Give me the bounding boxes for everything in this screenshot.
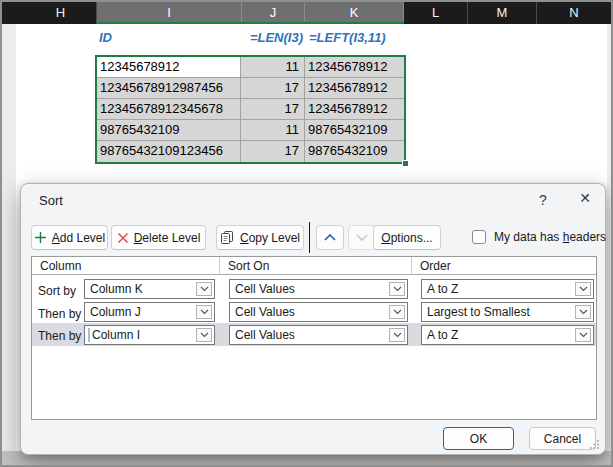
- options-button[interactable]: Options...: [373, 225, 441, 250]
- chevron-down-icon: [356, 234, 368, 241]
- move-level-up-button[interactable]: [316, 225, 344, 250]
- level2-column-dropdown[interactable]: Column J: [84, 302, 215, 322]
- cell-J5[interactable]: 17: [241, 99, 305, 120]
- level1-sorton-value: Cell Values: [235, 280, 295, 298]
- right-margin-strip: [607, 24, 611, 451]
- level1-column-value: Column K: [90, 280, 143, 298]
- delete-level-label: Delete Level: [134, 231, 201, 245]
- cell-I5[interactable]: 12345678912345678: [97, 99, 241, 120]
- sort-levels-panel: Column Sort On Order Sort by Column K Ce…: [31, 256, 597, 420]
- column-header-row: H I J K L M N: [0, 0, 613, 24]
- move-level-down-button[interactable]: [348, 225, 376, 250]
- resize-grip[interactable]: [589, 439, 600, 450]
- copy-level-label: Copy Level: [240, 231, 300, 245]
- plus-icon: [34, 231, 47, 244]
- help-icon[interactable]: ?: [533, 192, 553, 210]
- column-header-K[interactable]: K: [305, 0, 404, 24]
- then-by-label-1: Then by: [38, 304, 81, 324]
- cell-K4[interactable]: 12345678912: [305, 78, 404, 99]
- column-header-M[interactable]: M: [468, 0, 537, 24]
- cell-K5[interactable]: 12345678912: [305, 99, 404, 120]
- level1-order-dropdown[interactable]: A to Z: [421, 279, 594, 299]
- options-label: Options...: [381, 231, 432, 245]
- column-header-L[interactable]: L: [404, 0, 468, 24]
- chevron-down-icon[interactable]: [389, 305, 405, 319]
- copy-icon: [220, 230, 235, 245]
- selected-range: 12345678912 11 12345678912 1234567891298…: [95, 55, 406, 164]
- then-by-label-2: Then by: [38, 326, 81, 346]
- column-section-header: Column: [32, 257, 220, 275]
- header-gutter: [0, 0, 25, 24]
- level3-order-dropdown[interactable]: A to Z: [421, 325, 594, 345]
- left-formula-label: =LEFT(I3,11): [309, 29, 386, 47]
- level3-sorton-dropdown[interactable]: Cell Values: [229, 325, 408, 345]
- column-header-H[interactable]: H: [25, 0, 97, 24]
- column-header-I[interactable]: I: [97, 0, 242, 24]
- cell-I3[interactable]: 12345678912: [97, 57, 241, 78]
- chevron-down-icon[interactable]: [196, 328, 212, 342]
- order-section-header: Order: [412, 257, 596, 275]
- chevron-down-icon[interactable]: [575, 328, 591, 342]
- delete-x-icon: [117, 232, 129, 244]
- level3-column-dropdown[interactable]: Column I: [84, 325, 215, 345]
- cell-K7[interactable]: 98765432109: [305, 141, 404, 162]
- excel-window: H I J K L M N ID =LEN(I3) =LEFT(I3,11) 1…: [0, 0, 613, 467]
- cell-J6[interactable]: 11: [241, 120, 305, 141]
- selection-fill-handle[interactable]: [402, 160, 409, 167]
- cell-I7[interactable]: 98765432109123456: [97, 141, 241, 162]
- chevron-down-icon[interactable]: [196, 282, 212, 296]
- chevron-down-icon[interactable]: [196, 305, 212, 319]
- cancel-button[interactable]: Cancel: [529, 427, 596, 450]
- dialog-title: Sort: [39, 193, 63, 208]
- level2-sorton-dropdown[interactable]: Cell Values: [229, 302, 408, 322]
- delete-level-button[interactable]: Delete Level: [111, 225, 206, 250]
- level2-column-value: Column J: [90, 303, 141, 321]
- data-grid: 12345678912 11 12345678912 1234567891298…: [97, 57, 404, 162]
- chevron-down-icon[interactable]: [575, 282, 591, 296]
- cell-J3[interactable]: 11: [241, 57, 305, 78]
- level2-order-dropdown[interactable]: Largest to Smallest: [421, 302, 594, 322]
- chevron-up-icon: [324, 234, 336, 241]
- focus-caret: [88, 328, 90, 342]
- add-level-button[interactable]: Add Level: [31, 225, 108, 250]
- sort-by-label: Sort by: [38, 281, 76, 301]
- chevron-down-icon[interactable]: [389, 328, 405, 342]
- cell-K3[interactable]: 12345678912: [305, 57, 404, 78]
- len-formula-label: =LEN(I3): [241, 29, 303, 47]
- sort-dialog: Sort ? ✕ Add Level Delete Level Copy Lev…: [20, 183, 606, 455]
- my-data-has-headers-checkbox[interactable]: [472, 230, 486, 244]
- id-label: ID: [99, 29, 112, 47]
- ok-button[interactable]: OK: [443, 427, 514, 450]
- level3-sorton-value: Cell Values: [235, 326, 295, 344]
- cell-J7[interactable]: 17: [241, 141, 305, 162]
- chevron-down-icon[interactable]: [575, 305, 591, 319]
- selected-columns-underline: [97, 22, 404, 24]
- level1-sorton-dropdown[interactable]: Cell Values: [229, 279, 408, 299]
- chevron-down-icon[interactable]: [389, 282, 405, 296]
- column-header-N[interactable]: N: [537, 0, 611, 24]
- level3-column-value: Column I: [92, 326, 140, 344]
- add-level-label: Add Level: [52, 231, 105, 245]
- level2-order-value: Largest to Smallest: [427, 303, 530, 321]
- column-header-J[interactable]: J: [242, 0, 305, 24]
- cell-K6[interactable]: 98765432109: [305, 120, 404, 141]
- my-data-has-headers-label[interactable]: My data has headers: [494, 230, 606, 244]
- left-margin-strip: [2, 24, 16, 453]
- cell-I4[interactable]: 12345678912987456: [97, 78, 241, 99]
- sort-on-section-header: Sort On: [220, 257, 412, 275]
- level1-order-value: A to Z: [427, 280, 458, 298]
- level2-sorton-value: Cell Values: [235, 303, 295, 321]
- level1-column-dropdown[interactable]: Column K: [84, 279, 215, 299]
- cell-I6[interactable]: 98765432109: [97, 120, 241, 141]
- close-icon[interactable]: ✕: [573, 190, 597, 210]
- toolbar-separator: [309, 222, 310, 253]
- copy-level-button[interactable]: Copy Level: [216, 225, 304, 250]
- cell-J4[interactable]: 17: [241, 78, 305, 99]
- level3-order-value: A to Z: [427, 326, 458, 344]
